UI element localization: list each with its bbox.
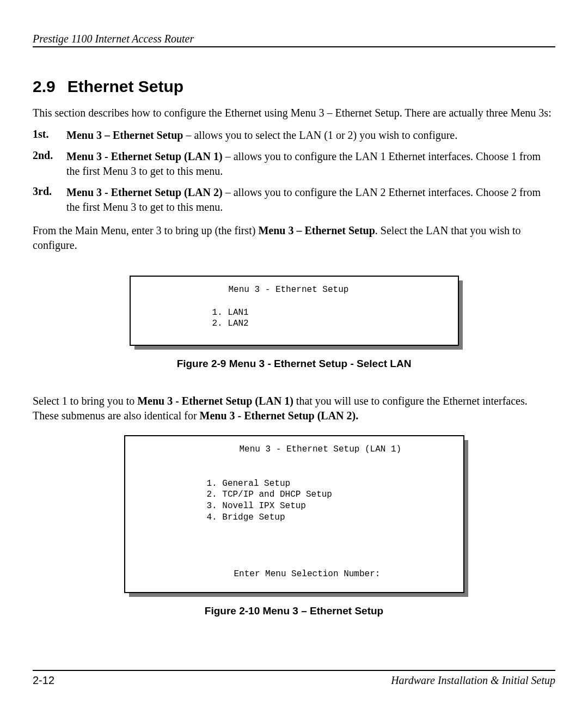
menu-line: 3. Novell IPX Setup — [207, 501, 454, 512]
intro-paragraph: This section describes how to configure … — [33, 106, 555, 120]
section-heading: 2.9Ethernet Setup — [33, 77, 555, 96]
figure-1: Menu 3 - Ethernet Setup 1. LAN12. LAN2 F… — [33, 276, 555, 370]
list-item-bold: Menu 3 - Ethernet Setup (LAN 2) — [66, 186, 223, 198]
figure-caption-2: Figure 2-10 Menu 3 – Ethernet Setup — [33, 605, 555, 617]
terminal-box: Menu 3 - Ethernet Setup 1. LAN12. LAN2 — [130, 276, 459, 346]
ordered-list: 1st. Menu 3 – Ethernet Setup – allows yo… — [33, 128, 555, 215]
text-pre: Select 1 to bring you to — [33, 395, 137, 407]
menu-line: 4. Bridge Setup — [207, 512, 454, 523]
text-bold: Menu 3 - Ethernet Setup (LAN 1) — [137, 395, 293, 407]
text-bold: Menu 3 – Ethernet Setup — [258, 224, 375, 236]
menu-line: 1. General Setup — [207, 478, 454, 490]
page-header-title: Prestige 1100 Internet Access Router — [33, 33, 555, 47]
menu-box-2: Menu 3 - Ethernet Setup (LAN 1) 1. Gener… — [124, 435, 464, 593]
section-number: 2.9 — [33, 77, 56, 96]
list-body: Menu 3 – Ethernet Setup – allows you to … — [66, 128, 555, 143]
terminal-box: Menu 3 - Ethernet Setup (LAN 1) 1. Gener… — [124, 435, 464, 593]
list-item-rest: – allows you to select the LAN (1 or 2) … — [183, 129, 457, 141]
page-number: 2-12 — [33, 674, 54, 687]
text-bold: Menu 3 - Ethernet Setup (LAN 2). — [200, 410, 359, 422]
list-item-bold: Menu 3 - Ethernet Setup (LAN 1) — [66, 150, 223, 162]
list-body: Menu 3 - Ethernet Setup (LAN 2) – allows… — [66, 185, 555, 215]
list-body: Menu 3 - Ethernet Setup (LAN 1) – allows… — [66, 149, 555, 179]
figure-2: Menu 3 - Ethernet Setup (LAN 1) 1. Gener… — [33, 435, 555, 617]
figure-caption-1: Figure 2-9 Menu 3 - Ethernet Setup - Sel… — [33, 358, 555, 370]
list-ordinal: 1st. — [33, 128, 66, 143]
menu-line: 2. TCP/IP and DHCP Setup — [207, 489, 454, 501]
list-ordinal: 2nd. — [33, 149, 66, 179]
menu-box-1: Menu 3 - Ethernet Setup 1. LAN12. LAN2 — [130, 276, 459, 346]
mid-paragraph: Select 1 to bring you to Menu 3 - Ethern… — [33, 394, 555, 423]
list-item: 1st. Menu 3 – Ethernet Setup – allows yo… — [33, 128, 555, 143]
list-ordinal: 3rd. — [33, 185, 66, 215]
menu-title: Menu 3 - Ethernet Setup (LAN 1) — [207, 444, 454, 455]
menu-line: 2. LAN2 — [212, 318, 448, 329]
list-item: 3rd. Menu 3 - Ethernet Setup (LAN 2) – a… — [33, 185, 555, 215]
menu-line: 1. LAN1 — [212, 307, 448, 319]
menu-prompt: Enter Menu Selection Number: — [207, 569, 454, 580]
list-item-bold: Menu 3 – Ethernet Setup — [66, 129, 183, 141]
menu-title: Menu 3 - Ethernet Setup — [212, 284, 448, 296]
footer-section-title: Hardware Installation & Initial Setup — [391, 674, 555, 687]
list-item: 2nd. Menu 3 - Ethernet Setup (LAN 1) – a… — [33, 149, 555, 179]
page-footer: 2-12 Hardware Installation & Initial Set… — [33, 670, 555, 687]
text-pre: From the Main Menu, enter 3 to bring up … — [33, 224, 258, 236]
section-title: Ethernet Setup — [68, 77, 183, 95]
after-list-paragraph: From the Main Menu, enter 3 to bring up … — [33, 223, 555, 253]
